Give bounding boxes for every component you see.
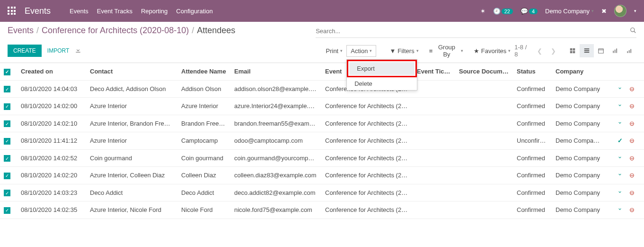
action-label: Action — [351, 47, 368, 55]
view-graph[interactable] — [608, 44, 622, 57]
table-row[interactable]: ✓08/10/2020 11:41:12Azure InteriorCampto… — [0, 132, 644, 150]
breadcrumb-conference[interactable]: Conference for Architects (2020-08-10) — [42, 26, 189, 36]
svg-rect-3 — [573, 48, 575, 51]
table-row[interactable]: ✓08/10/2020 14:02:20Azure Interior, Coll… — [0, 167, 644, 184]
col-attendee[interactable]: Attendee Name — [177, 63, 230, 80]
messages-icon[interactable]: 💬4 — [520, 8, 538, 15]
row-checkbox[interactable]: ✓ — [4, 138, 10, 145]
col-email[interactable]: Email — [230, 63, 321, 80]
pager-next[interactable]: ❯ — [549, 47, 558, 55]
action-export[interactable]: Export — [349, 62, 415, 75]
table-row[interactable]: ✓08/10/2020 14:03:23Deco AddictDeco Addi… — [0, 184, 644, 201]
attendees-table-wrap: ✓ Created on Contact Attendee Name Email… — [0, 63, 644, 219]
cell-status: Confirmed — [513, 115, 552, 132]
svg-rect-16 — [630, 49, 631, 53]
cell-email: brandon.freeman55@exampl… — [230, 115, 321, 132]
filters-dropdown[interactable]: ▼ Filters ▾ — [386, 42, 422, 60]
nav-event-tracks[interactable]: Event Tracks — [97, 8, 132, 15]
favorites-dropdown[interactable]: ★ Favorites ▾ — [470, 42, 514, 60]
cell-created: 08/10/2020 14:02:20 — [17, 167, 86, 184]
search-icon[interactable] — [630, 27, 636, 35]
svg-rect-6 — [584, 48, 590, 49]
delete-icon[interactable]: ⊖ — [629, 137, 635, 144]
view-kanban[interactable] — [565, 44, 580, 57]
row-checkbox[interactable]: ✓ — [4, 155, 10, 162]
select-all-checkbox[interactable]: ✓ — [4, 69, 10, 75]
view-pivot[interactable] — [622, 44, 636, 57]
download-icon[interactable] — [75, 47, 81, 55]
delete-icon[interactable]: ⊖ — [629, 102, 635, 110]
delete-icon[interactable]: ⊖ — [629, 189, 635, 196]
bug-icon[interactable]: ✶ — [480, 8, 485, 15]
cell-company: Demo Compa… — [552, 132, 609, 150]
groupby-dropdown[interactable]: ≡ Group By ▾ — [425, 42, 467, 60]
chevron-down-icon: ▾ — [340, 48, 343, 53]
nav-reporting[interactable]: Reporting — [141, 8, 168, 15]
download-icon[interactable] — [617, 85, 623, 92]
col-company[interactable]: Company — [552, 63, 609, 80]
cell-source — [455, 149, 513, 167]
col-contact[interactable]: Contact — [86, 63, 177, 80]
svg-rect-2 — [570, 48, 573, 51]
row-checkbox[interactable]: ✓ — [4, 86, 10, 92]
row-checkbox[interactable]: ✓ — [4, 173, 10, 179]
confirm-icon[interactable]: ✓ — [618, 137, 623, 144]
cell-company: Demo Company — [552, 98, 609, 115]
import-button[interactable]: IMPORT — [47, 47, 69, 54]
table-row[interactable]: ✓08/10/2020 14:02:00Azure InteriorAzure … — [0, 98, 644, 115]
col-ticket[interactable]: Event Tick… — [413, 63, 455, 80]
print-dropdown[interactable]: Print ▾ — [322, 46, 347, 56]
action-delete[interactable]: Delete — [347, 77, 417, 90]
delete-icon[interactable]: ⊖ — [629, 206, 635, 213]
filter-icon: ▼ — [389, 47, 396, 55]
table-row[interactable]: ✓08/10/2020 14:02:10Azure Interior, Bran… — [0, 115, 644, 132]
cell-status: Confirmed — [513, 98, 552, 115]
cell-email: odoo@camptocamp.com — [230, 132, 321, 150]
print-label: Print — [326, 47, 339, 55]
search-input[interactable] — [316, 26, 630, 37]
col-source[interactable]: Source Docume… — [455, 63, 513, 80]
action-dropdown[interactable]: Action ▾ — [346, 45, 376, 57]
view-calendar[interactable] — [594, 44, 608, 57]
cell-status: Unconfirm… — [513, 132, 552, 150]
cell-contact: Azure Interior — [86, 98, 177, 115]
download-icon[interactable] — [617, 172, 623, 179]
nav-configuration[interactable]: Configuration — [176, 8, 212, 15]
create-button[interactable]: CREATE — [8, 45, 42, 57]
cell-created: 08/10/2020 14:02:52 — [17, 149, 86, 167]
view-list[interactable] — [580, 44, 594, 57]
download-icon[interactable] — [617, 206, 623, 213]
row-checkbox[interactable]: ✓ — [4, 103, 10, 110]
delete-icon[interactable]: ⊖ — [629, 120, 635, 127]
table-row[interactable]: ✓08/10/2020 14:04:03Deco Addict, Addison… — [0, 80, 644, 98]
col-created[interactable]: Created on — [17, 63, 86, 80]
download-icon[interactable] — [617, 189, 623, 196]
cell-created: 08/10/2020 14:02:35 — [17, 201, 86, 219]
cell-contact: Azure Interior, Colleen Diaz — [86, 167, 177, 184]
company-switcher[interactable]: Demo Company ▾ — [545, 8, 594, 15]
table-row[interactable]: ✓08/10/2020 14:02:35Azure Interior, Nico… — [0, 201, 644, 219]
close-icon[interactable]: ✖ — [601, 8, 607, 15]
cell-created: 08/10/2020 14:02:00 — [17, 98, 86, 115]
download-icon[interactable] — [617, 155, 623, 162]
clock-icon[interactable]: 🕘22 — [493, 8, 513, 15]
download-icon[interactable] — [617, 102, 623, 110]
apps-icon[interactable] — [8, 7, 16, 15]
svg-rect-9 — [599, 49, 604, 53]
highlight-annotation: Export — [347, 60, 417, 77]
row-checkbox[interactable]: ✓ — [4, 120, 10, 127]
delete-icon[interactable]: ⊖ — [629, 85, 635, 92]
breadcrumb-events[interactable]: Events — [8, 26, 34, 36]
row-checkbox[interactable]: ✓ — [4, 190, 10, 196]
filters-label: Filters — [397, 47, 414, 55]
nav-events[interactable]: Events — [70, 8, 88, 15]
avatar[interactable] — [614, 5, 626, 17]
download-icon[interactable] — [617, 120, 623, 127]
delete-icon[interactable]: ⊖ — [629, 172, 635, 179]
table-row[interactable]: ✓08/10/2020 14:02:52Coin gourmandCoin go… — [0, 149, 644, 167]
row-checkbox[interactable]: ✓ — [4, 207, 10, 214]
delete-icon[interactable]: ⊖ — [629, 155, 635, 162]
col-status[interactable]: Status — [513, 63, 552, 80]
cell-attendee: Colleen Diaz — [177, 167, 230, 184]
pager-prev[interactable]: ❮ — [535, 47, 544, 55]
